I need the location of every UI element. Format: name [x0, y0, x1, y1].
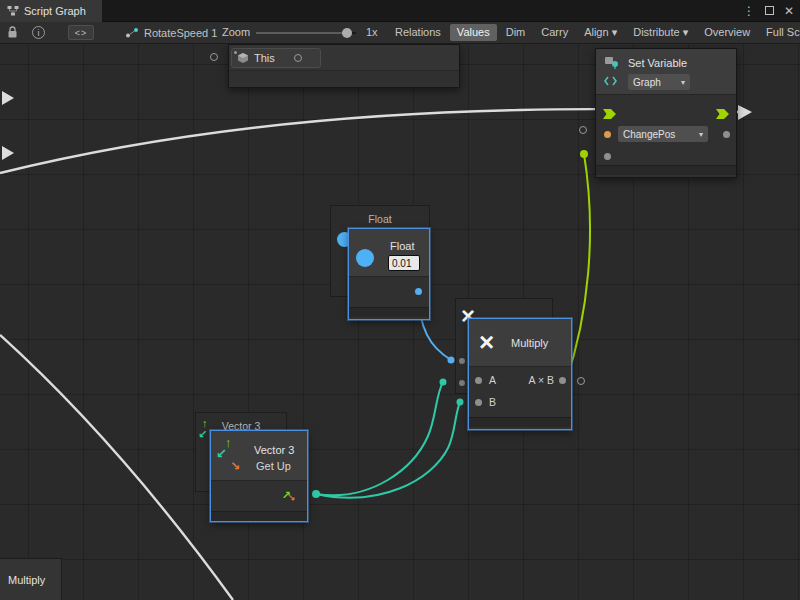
this-label: This — [254, 52, 275, 64]
float-output-port[interactable] — [415, 288, 422, 295]
vector3-getup-node[interactable]: ↑ ↙ ↘ Vector 3 Get Up ↗ ↘ — [210, 430, 308, 522]
down-right-arrow-icon: ↘ — [287, 494, 295, 503]
set-variable-title: Set Variable — [628, 57, 687, 69]
vector3-body: ↗ ↘ — [211, 481, 307, 511]
maximize-icon[interactable] — [765, 5, 774, 17]
edit-code-button[interactable]: <> — [68, 25, 94, 40]
dim-button[interactable]: Dim — [499, 24, 533, 41]
toolbar-buttons: Relations Values Dim Carry Align ▾ Distr… — [388, 24, 800, 41]
zoom-slider[interactable] — [256, 32, 356, 34]
cube-icon — [237, 52, 249, 64]
multiply-output-port[interactable] — [559, 377, 566, 384]
float-type-icon — [356, 249, 374, 267]
zoom-slider-knob[interactable] — [342, 28, 352, 38]
teal-wire-endpoint-b[interactable] — [457, 399, 464, 406]
vector3-footer — [211, 511, 307, 521]
set-variable-icon — [603, 56, 619, 88]
info-glyph: i — [32, 26, 45, 39]
multiply-footer — [469, 417, 571, 427]
tab-script-graph[interactable]: Script Graph — [0, 0, 102, 22]
distribute-dropdown-button[interactable]: Distribute ▾ — [626, 24, 695, 41]
graph-canvas[interactable]: Float × Vector 3 ↑ ↙ This — [0, 44, 800, 600]
wire-arrow-left-top — [2, 91, 14, 105]
graph-name-label: RotateSpeed 1 — [144, 27, 217, 39]
tab-title: Script Graph — [24, 5, 86, 17]
this-unconnected-port[interactable] — [210, 53, 218, 61]
float-value-input[interactable] — [388, 255, 420, 271]
teal-wire-endpoint-a[interactable] — [440, 379, 447, 386]
carry-button[interactable]: Carry — [534, 24, 575, 41]
variable-scope-dropdown[interactable]: Graph ▾ — [628, 74, 690, 90]
setvariable-unconnected-port[interactable] — [579, 126, 587, 134]
down-right-arrow-icon: ↘ — [230, 460, 240, 472]
multiply-output-label: A × B — [529, 374, 554, 386]
align-dropdown-button[interactable]: Align ▾ — [577, 24, 624, 41]
variable-value-port[interactable] — [604, 131, 611, 138]
this-node-header: This — [229, 45, 459, 71]
close-icon[interactable]: ✕ — [784, 5, 794, 17]
scope-value: Graph — [633, 77, 661, 88]
set-variable-body: ChangePos ▾ — [596, 95, 736, 165]
chevron-down-icon: ▾ — [681, 78, 685, 87]
down-left-arrow-icon: ↙ — [198, 429, 207, 440]
set-variable-node[interactable]: Set Variable Graph ▾ ChangePos ▾ — [595, 48, 737, 178]
graph-breadcrumb[interactable]: RotateSpeed 1 — [125, 27, 217, 39]
flow-input-arrow[interactable] — [602, 108, 617, 120]
fullscreen-button[interactable]: Full Screen — [759, 24, 800, 41]
zoom-slider-fill — [256, 32, 346, 34]
lock-glyph — [7, 26, 18, 39]
overview-button[interactable]: Overview — [697, 24, 757, 41]
set-variable-header: Set Variable Graph ▾ — [596, 49, 736, 95]
script-graph-icon — [7, 5, 19, 17]
this-node[interactable]: This — [228, 44, 460, 88]
vector3-header: ↑ ↙ ↘ Vector 3 Get Up — [211, 431, 307, 481]
multiply-input-a-label: A — [489, 374, 496, 386]
blue-wire-endpoint[interactable] — [448, 357, 455, 364]
float-title: Float — [390, 240, 414, 252]
multiply-unconnected-port[interactable] — [577, 377, 585, 385]
corner-multiply-node[interactable]: Multiply — [0, 558, 62, 600]
zoom-label: Zoom — [222, 26, 250, 38]
flow-output-arrow[interactable] — [715, 108, 730, 120]
fallback-input-port[interactable] — [604, 153, 611, 160]
kebab-menu-icon[interactable]: ⋮ — [743, 5, 755, 17]
ghost-port-b[interactable] — [459, 380, 465, 386]
relations-button[interactable]: Relations — [388, 24, 448, 41]
multiply-input-a-port[interactable] — [475, 377, 482, 384]
variable-name-dropdown[interactable]: ChangePos ▾ — [618, 126, 708, 142]
multiply-x-icon: × — [479, 329, 494, 355]
chevron-down-icon: ▾ — [699, 130, 703, 139]
wire-teal-getup-to-multiply-b[interactable] — [316, 402, 460, 498]
multiply-input-b-label: B — [489, 396, 496, 408]
float-ghost-title: Float — [331, 206, 429, 225]
vector3-subtitle: Get Up — [256, 460, 291, 472]
multiply-input-b-port[interactable] — [475, 399, 482, 406]
float-footer — [349, 307, 429, 317]
green-wire-endpoint[interactable] — [580, 150, 588, 158]
multiply-header: × Multiply — [469, 319, 571, 367]
ghost-port-a[interactable] — [459, 358, 465, 364]
getup-output-port[interactable] — [312, 490, 320, 498]
multiply-body: A A × B B — [469, 367, 571, 417]
float-header: Float — [349, 229, 429, 277]
info-icon[interactable]: i — [32, 26, 45, 39]
multiply-node[interactable]: × Multiply A A × B B — [468, 318, 572, 430]
variable-output-port[interactable] — [723, 131, 730, 138]
corner-multiply-title: Multiply — [8, 574, 45, 586]
graph-toolbar: i <> RotateSpeed 1 Zoom 1x Relations Val… — [0, 22, 800, 44]
graph-asset-icon — [125, 27, 139, 39]
wire-teal-getup-to-multiply-a[interactable] — [316, 382, 443, 495]
wire-arrow-right-edge — [738, 105, 752, 120]
down-left-arrow-icon: ↙ — [216, 447, 227, 460]
maximize-box — [765, 6, 774, 15]
lock-icon[interactable] — [7, 26, 18, 39]
set-variable-footer — [596, 165, 736, 175]
this-chip[interactable]: This — [231, 48, 321, 68]
tab-bar: Script Graph ⋮ ✕ — [0, 0, 800, 22]
zoom-value: 1x — [366, 26, 378, 38]
window-controls: ⋮ ✕ — [743, 0, 794, 22]
unity-script-graph-window: Script Graph ⋮ ✕ i <> RotateSpeed 1 — [0, 0, 800, 600]
values-button[interactable]: Values — [450, 24, 497, 41]
float-node[interactable]: Float — [348, 228, 430, 320]
this-output-port[interactable] — [294, 54, 302, 62]
